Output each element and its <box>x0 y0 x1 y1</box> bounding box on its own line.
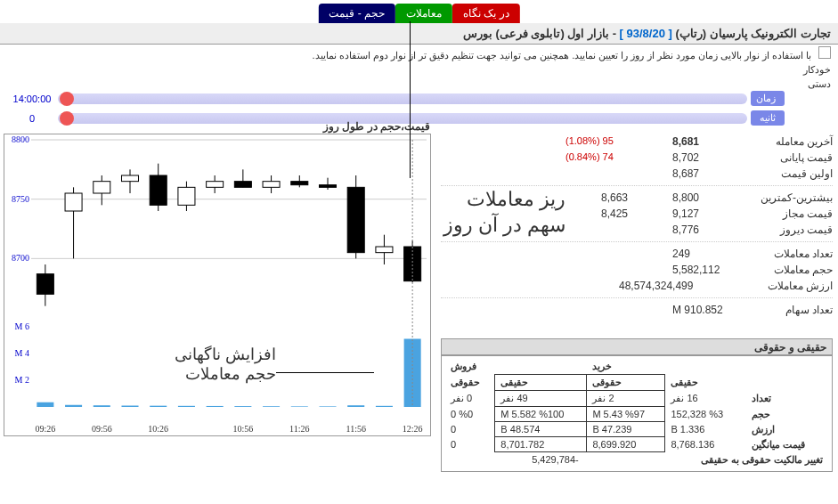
sell-real-header: حقیقی <box>495 375 587 391</box>
buy-real-val: 1.336 B <box>665 422 746 437</box>
buy-real-avg: 8,768.136 <box>665 437 746 452</box>
yesterday-price: 8,776 <box>672 224 744 236</box>
allowed-high: 9,127 <box>672 207 744 220</box>
buy-header: خرید <box>587 359 746 375</box>
time-slider-label: زمان <box>751 91 785 106</box>
shares-value: 910.852 M <box>672 304 744 316</box>
sell-real-val: 48.574 B <box>495 422 587 437</box>
buy-legal-vol: 5.43 M <box>592 409 622 419</box>
sell-real-avg: 8,701.782 <box>495 437 587 452</box>
real-legal-title: حقیقی و حقوقی <box>441 338 833 356</box>
sell-legal-vol: 0 <box>451 409 456 419</box>
sell-real-vol: 5.582 M <box>500 409 536 419</box>
first-price: 8,687 <box>672 167 744 180</box>
sell-legal-val: 0 <box>445 422 495 437</box>
high-price: 8,800 <box>672 191 744 204</box>
sell-legal-avg: 0 <box>445 437 495 452</box>
allowed-low: 8,425 <box>601 207 672 220</box>
tab-trades[interactable]: معاملات <box>395 4 452 23</box>
trade-count-label: تعداد معاملات <box>744 248 833 260</box>
title-bar: تجارت الکترونیک پارسیان (رتاپ) [ 93/8/20… <box>0 23 838 45</box>
vol-row-label: حجم <box>746 407 828 422</box>
buy-legal-header: حقوقی <box>587 375 665 391</box>
buy-legal-avg: 8,699.920 <box>587 437 665 452</box>
instruction-text: با استفاده از نوار بالایی زمان مورد نظر … <box>0 46 838 65</box>
annotation-trades: ریز معاملات سهم در آن روز <box>423 187 565 238</box>
shares-label: تعداد سهام <box>744 304 833 316</box>
hilo-label: بیشترین-کمترین <box>744 191 833 204</box>
sell-legal-header: حقوقی <box>445 375 495 391</box>
last-price-label: آخرین معامله <box>744 135 833 148</box>
sell-header: فروش <box>445 359 587 375</box>
buy-legal-val: 47.239 B <box>587 422 665 437</box>
close-price: 8,702 <box>672 151 744 164</box>
volume-value: 5,582,112 <box>672 264 744 276</box>
buy-legal-count: 2 <box>608 393 614 403</box>
sell-legal-count: 0 <box>467 393 472 403</box>
auto-label: خودکار <box>803 64 831 76</box>
close-change: 74 (0.84%) <box>565 151 672 164</box>
time-slider-value: 14:00:00 <box>10 93 54 104</box>
last-change: 95 (1.08%) <box>565 135 672 148</box>
volume-label: حجم معاملات <box>744 264 833 276</box>
ownership-transfer-label: تغییر مالکیت حقوقی به حقیقی <box>665 452 828 467</box>
buy-real-count: 16 <box>687 393 697 403</box>
price-volume-chart: قیمت،حجم در طول روز <box>4 134 431 436</box>
value-amount: 48,574,324,499 <box>619 280 744 292</box>
annotation-volume-spike: افزایش ناگهانی حجم معاملات <box>151 345 276 384</box>
tab-overview[interactable]: در یک نگاه <box>452 4 520 23</box>
title-market: - بازار اول (تابلوی فرعی) بورس <box>463 27 616 40</box>
tab-volume-price[interactable]: حجم - قیمت <box>318 4 395 23</box>
low-price: 8,663 <box>601 191 672 204</box>
buy-real-header: حقیقی <box>665 375 746 391</box>
second-slider-value: 0 <box>10 113 54 124</box>
manual-label: دستی <box>808 78 831 90</box>
chart-title: قیمت،حجم در طول روز <box>323 120 430 133</box>
last-price: 8,681 <box>672 135 744 148</box>
allowed-label: قیمت مجاز <box>744 207 833 220</box>
close-price-label: قیمت پایانی <box>744 151 833 164</box>
stock-name: تجارت الکترونیک پارسیان (رتاپ) <box>676 27 832 40</box>
title-date: [ 93/8/20 ] <box>620 27 672 40</box>
sell-real-count: 49 <box>517 393 527 403</box>
avg-row-label: قیمت میانگین <box>746 437 828 452</box>
arrow-line-1 <box>410 21 411 178</box>
first-price-label: اولین قیمت <box>744 167 833 180</box>
yesterday-label: قیمت دیروز <box>744 224 833 236</box>
real-legal-panel: خرید فروش حقیقی حقوقی حقیقی حقوقی تعداد … <box>441 354 833 472</box>
value-label: ارزش معاملات <box>744 280 833 292</box>
val-row-label: ارزش <box>746 422 828 437</box>
arrow-line-2 <box>276 372 374 373</box>
second-slider-label: ثانیه <box>751 110 785 126</box>
trade-count: 249 <box>672 248 744 260</box>
time-slider[interactable] <box>58 93 747 104</box>
count-row-label: تعداد <box>746 391 828 407</box>
ownership-transfer-value: -5,429,784 <box>445 452 665 467</box>
buy-real-vol: 152,328 <box>671 409 706 419</box>
